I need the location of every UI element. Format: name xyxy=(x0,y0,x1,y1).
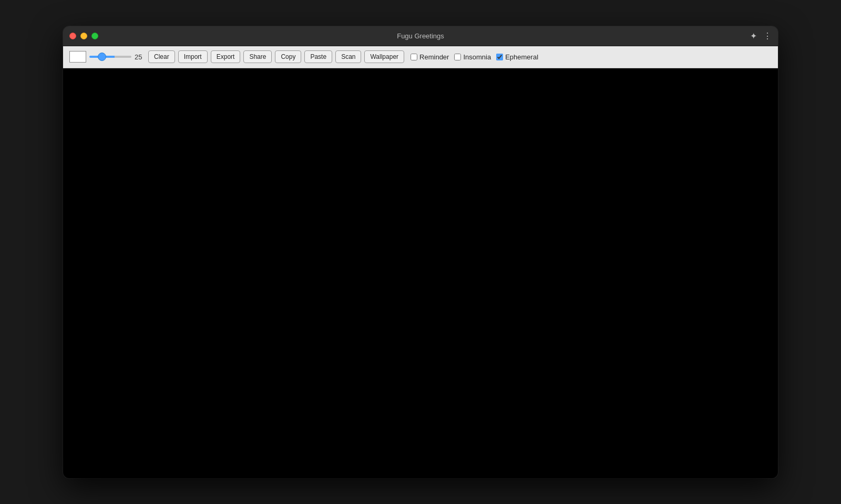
ephemeral-checkbox[interactable] xyxy=(496,54,503,60)
clear-button[interactable]: Clear xyxy=(148,50,175,63)
close-button[interactable] xyxy=(69,33,76,39)
import-button[interactable]: Import xyxy=(178,50,208,63)
maximize-button[interactable] xyxy=(91,33,98,39)
window-title: Fugu Greetings xyxy=(397,32,444,40)
canvas-area[interactable] xyxy=(63,68,778,478)
minimize-button[interactable] xyxy=(80,33,87,39)
reminder-checkbox[interactable] xyxy=(411,54,417,60)
traffic-lights xyxy=(69,33,98,39)
titlebar: Fugu Greetings ✦ ⋮ xyxy=(63,26,778,46)
copy-button[interactable]: Copy xyxy=(275,50,301,63)
brush-size-slider[interactable] xyxy=(89,56,131,58)
reminder-label[interactable]: Reminder xyxy=(411,53,449,61)
plugin-icon[interactable]: ✦ xyxy=(750,31,757,41)
insomnia-checkbox[interactable] xyxy=(454,54,461,60)
titlebar-actions: ✦ ⋮ xyxy=(750,31,772,41)
share-button[interactable]: Share xyxy=(243,50,272,63)
more-icon[interactable]: ⋮ xyxy=(763,31,772,41)
slider-container: 25 xyxy=(89,53,145,61)
checkbox-group: Reminder Insomnia Ephemeral xyxy=(411,53,538,61)
scan-button[interactable]: Scan xyxy=(335,50,361,63)
slider-value: 25 xyxy=(135,53,145,61)
app-window: Fugu Greetings ✦ ⋮ 25 Clear Import Expor… xyxy=(63,26,778,478)
wallpaper-button[interactable]: Wallpaper xyxy=(364,50,404,63)
paste-button[interactable]: Paste xyxy=(304,50,332,63)
toolbar: 25 Clear Import Export Share Copy Paste … xyxy=(63,46,778,68)
insomnia-label[interactable]: Insomnia xyxy=(454,53,491,61)
ephemeral-label[interactable]: Ephemeral xyxy=(496,53,538,61)
export-button[interactable]: Export xyxy=(211,50,241,63)
color-swatch[interactable] xyxy=(69,51,86,63)
